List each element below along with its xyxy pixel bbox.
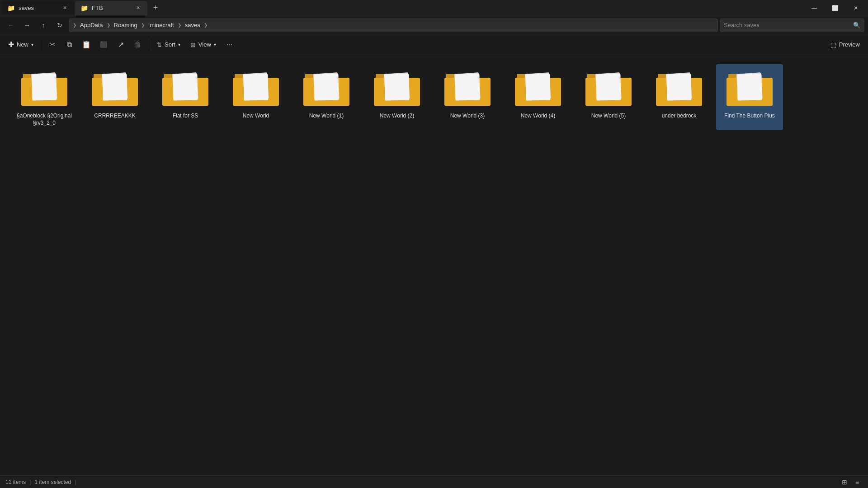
view-label: View <box>198 41 211 48</box>
address-segment-appdata[interactable]: AppData <box>78 21 105 29</box>
svg-rect-3 <box>33 75 56 99</box>
folder-item-f6[interactable]: New World (2) <box>363 64 430 130</box>
maximize-button[interactable]: ⬜ <box>825 0 845 16</box>
rename-button[interactable]: ⬛ <box>95 37 112 53</box>
svg-rect-11 <box>174 75 197 99</box>
address-bar[interactable]: ❯ AppData ❯ Roaming ❯ .minecraft ❯ saves… <box>69 19 718 32</box>
tab-ftb[interactable]: 📁 FTB ✕ <box>75 1 147 15</box>
view-button[interactable]: ⊞ View ▾ <box>186 37 221 53</box>
folder-icon-f6 <box>372 68 422 109</box>
folder-label-f6: New World (2) <box>380 113 414 120</box>
svg-rect-23 <box>386 75 408 99</box>
new-chevron-icon: ▾ <box>31 42 33 47</box>
folder-label-f4: New World <box>243 113 269 120</box>
delete-button[interactable]: 🗑 <box>130 37 146 53</box>
folder-icon-f3 <box>160 68 210 109</box>
preview-icon: ⬚ <box>830 41 836 48</box>
list-view-button[interactable]: ≡ <box>852 477 863 488</box>
search-input[interactable] <box>724 22 850 28</box>
address-segment-saves[interactable]: saves <box>183 21 202 29</box>
folder-label-f5: New World (1) <box>309 113 344 120</box>
address-chevron-3: ❯ <box>178 23 181 28</box>
action-bar: ✚ New ▾ ✂ ⧉ 📋 ⬛ ↗ 🗑 ⇅ Sort ▾ ⊞ View ▾ ··… <box>0 34 868 55</box>
folder-item-f2[interactable]: CRRRREEAKKK <box>81 64 148 130</box>
sort-chevron-icon: ▾ <box>178 42 180 47</box>
folder-item-f11[interactable]: Find The Button Plus <box>716 64 783 130</box>
item-count: 11 items <box>5 479 26 485</box>
preview-button[interactable]: ⬚ Preview <box>826 37 864 53</box>
back-button[interactable]: ← <box>4 18 18 33</box>
tab-saves-close[interactable]: ✕ <box>61 4 69 12</box>
folder-item-f5[interactable]: New World (1) <box>293 64 360 130</box>
svg-rect-15 <box>245 75 267 99</box>
forward-button[interactable]: → <box>20 18 34 33</box>
copy-button[interactable]: ⧉ <box>61 37 77 53</box>
new-tab-button[interactable]: + <box>148 1 163 15</box>
svg-rect-7 <box>104 75 126 99</box>
folder-icon-f10 <box>654 68 704 109</box>
address-segment-minecraft[interactable]: .minecraft <box>146 21 176 29</box>
address-segment-roaming[interactable]: Roaming <box>112 21 139 29</box>
folder-icon-f5 <box>302 68 351 109</box>
preview-label: Preview <box>839 41 860 48</box>
search-bar[interactable]: 🔍 <box>720 19 864 32</box>
separator-2 <box>149 39 149 50</box>
tab-bar: 📁 saves ✕ 📁 FTB ✕ + — ⬜ ✕ <box>0 0 868 16</box>
grid-view-button[interactable]: ⊞ <box>839 477 850 488</box>
folder-grid: §aOneblock §2Original §rv3_2_0 CRRRREEAK… <box>11 64 857 130</box>
folder-item-f1[interactable]: §aOneblock §2Original §rv3_2_0 <box>11 64 78 130</box>
folder-icon-f9 <box>584 68 633 109</box>
up-button[interactable]: ↑ <box>36 18 51 33</box>
folder-label-f9: New World (5) <box>591 113 626 120</box>
separator-1 <box>41 39 41 50</box>
folder-item-f9[interactable]: New World (5) <box>575 64 642 130</box>
tab-saves[interactable]: 📁 saves ✕ <box>2 1 74 15</box>
folder-icon-f7 <box>443 68 492 109</box>
status-dot: | <box>29 479 31 485</box>
svg-rect-27 <box>456 75 479 99</box>
address-chevron-0: ❯ <box>73 23 76 28</box>
window-controls: — ⬜ ✕ <box>804 0 866 16</box>
svg-rect-31 <box>527 75 549 99</box>
share-button[interactable]: ↗ <box>113 37 129 53</box>
more-button[interactable]: ··· <box>222 37 238 53</box>
folder-label-f11: Find The Button Plus <box>724 113 775 120</box>
folder-label-f10: under bedrock <box>662 113 697 120</box>
sort-button[interactable]: ⇅ Sort ▾ <box>152 37 185 53</box>
tab-ftb-close[interactable]: ✕ <box>134 4 142 12</box>
folder-icon-f2 <box>90 68 140 109</box>
search-icon: 🔍 <box>853 22 860 28</box>
view-icon: ⊞ <box>190 41 196 48</box>
folder-item-f4[interactable]: New World <box>222 64 289 130</box>
folder-icon-f8 <box>513 68 563 109</box>
minimize-button[interactable]: — <box>804 0 825 16</box>
folder-label-f1: §aOneblock §2Original §rv3_2_0 <box>14 113 74 127</box>
address-chevron-1: ❯ <box>107 23 110 28</box>
folder-icon-f1 <box>19 68 69 109</box>
status-dot-2: | <box>75 479 76 485</box>
svg-rect-35 <box>597 75 620 99</box>
address-chevron-2: ❯ <box>141 23 145 28</box>
new-button[interactable]: ✚ New ▾ <box>4 37 38 53</box>
tab-ftb-label: FTB <box>92 5 103 11</box>
paste-button[interactable]: 📋 <box>78 37 94 53</box>
folder-label-f3: Flat for SS <box>173 113 198 120</box>
folder-item-f3[interactable]: Flat for SS <box>152 64 219 130</box>
folder-item-f7[interactable]: New World (3) <box>434 64 501 130</box>
svg-rect-39 <box>668 75 690 99</box>
svg-rect-43 <box>738 75 761 99</box>
refresh-button[interactable]: ↻ <box>52 18 67 33</box>
tab-saves-icon: 📁 <box>7 5 15 12</box>
cut-button[interactable]: ✂ <box>44 37 60 53</box>
folder-item-f10[interactable]: under bedrock <box>646 64 712 130</box>
folder-item-f8[interactable]: New World (4) <box>505 64 571 130</box>
tab-ftb-icon: 📁 <box>80 5 88 12</box>
tab-saves-label: saves <box>19 5 34 11</box>
new-icon: ✚ <box>8 40 14 49</box>
svg-rect-19 <box>315 75 338 99</box>
status-bar: 11 items | 1 item selected | ⊞ ≡ <box>0 475 868 488</box>
close-button[interactable]: ✕ <box>845 0 866 16</box>
sort-label: Sort <box>165 41 175 48</box>
main-content: §aOneblock §2Original §rv3_2_0 CRRRREEAK… <box>0 55 868 475</box>
new-label: New <box>17 41 28 48</box>
